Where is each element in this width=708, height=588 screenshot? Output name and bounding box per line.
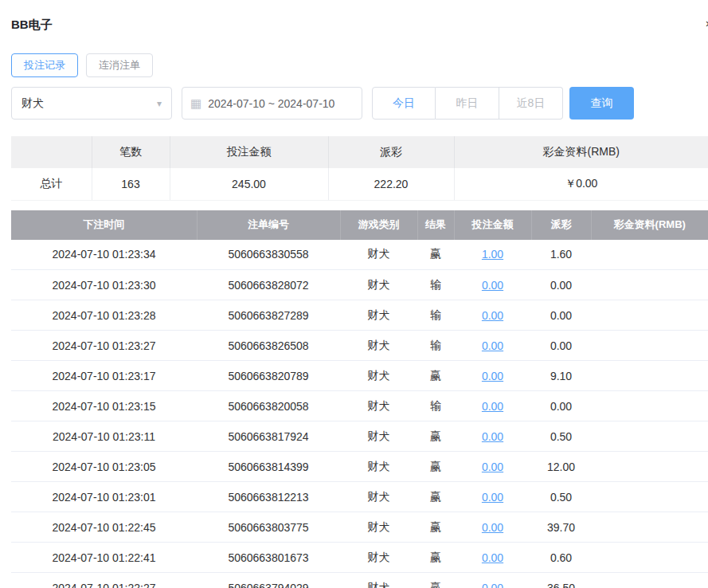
result-cell: 赢 <box>417 512 454 543</box>
result-cell: 输 <box>417 331 454 361</box>
bet-amount-link[interactable]: 0.00 <box>482 339 503 352</box>
bet-amount-link[interactable]: 1.00 <box>482 248 503 261</box>
date-range-value: 2024-07-10 ~ 2024-07-10 <box>208 97 334 110</box>
summary-total-bonus: ￥0.00 <box>454 168 708 200</box>
game-select[interactable]: 财犬 ▾ <box>11 87 172 120</box>
order-id-cell: 5060663820789 <box>197 361 340 391</box>
result-cell: 赢 <box>417 240 454 270</box>
col-bet-amount: 投注金额 <box>454 210 531 240</box>
payout-cell: 0.00 <box>531 300 591 331</box>
bet-time-cell: 2024-07-10 01:23:05 <box>11 452 197 482</box>
bonus-cell <box>591 512 708 543</box>
range-button-last8days[interactable]: 近8日 <box>499 87 563 120</box>
order-id-cell: 5060663812213 <box>197 482 340 512</box>
table-row: 2024-07-10 01:23:34 5060663830558 财犬 赢 1… <box>11 240 708 270</box>
payout-cell: 0.00 <box>531 391 591 421</box>
bet-time-cell: 2024-07-10 01:23:17 <box>11 361 197 391</box>
payout-cell: 36.50 <box>531 573 591 588</box>
bet-amount-link[interactable]: 0.00 <box>482 551 503 564</box>
table-row: 2024-07-10 01:22:41 5060663801673 财犬 赢 0… <box>11 543 708 573</box>
tab-bet-records[interactable]: 投注记录 <box>11 53 78 77</box>
bet-time-cell: 2024-07-10 01:23:30 <box>11 270 197 300</box>
payout-cell: 9.10 <box>531 361 591 391</box>
query-button[interactable]: 查询 <box>569 87 634 120</box>
bet-amount-link[interactable]: 0.00 <box>482 461 503 473</box>
summary-col-bonus: 彩金资料(RMB) <box>454 136 708 168</box>
bonus-cell <box>591 361 708 391</box>
summary-total-label: 总计 <box>11 168 92 200</box>
col-bet-time: 下注时间 <box>11 210 197 240</box>
order-id-cell: 5060663830558 <box>197 240 340 270</box>
game-type-cell: 财犬 <box>340 452 417 482</box>
order-id-cell: 5060663820058 <box>197 391 340 421</box>
summary-total-count: 163 <box>92 168 170 200</box>
payout-cell: 39.70 <box>531 512 591 543</box>
range-button-yesterday[interactable]: 昨日 <box>436 87 499 120</box>
result-cell: 输 <box>417 300 454 331</box>
bet-amount-link[interactable]: 0.00 <box>482 279 503 292</box>
bonus-cell <box>591 573 708 588</box>
result-cell: 输 <box>417 391 454 421</box>
table-row: 2024-07-10 01:23:11 5060663817924 财犬 赢 0… <box>11 421 708 452</box>
payout-cell: 12.00 <box>531 452 591 482</box>
summary-table: 笔数 投注金额 派彩 彩金资料(RMB) 总计 163 245.00 222.2… <box>11 136 708 201</box>
bet-amount-link[interactable]: 0.00 <box>482 582 503 588</box>
payout-cell: 0.50 <box>531 421 591 452</box>
order-id-cell: 5060663803775 <box>197 512 340 543</box>
bonus-cell <box>591 482 708 512</box>
col-game-type: 游戏类别 <box>340 210 417 240</box>
game-type-cell: 财犬 <box>340 391 417 421</box>
bet-amount-link[interactable]: 0.00 <box>482 491 503 504</box>
tab-bar: 投注记录 连消注单 <box>11 53 708 77</box>
game-type-cell: 财犬 <box>340 482 417 512</box>
table-row: 2024-07-10 01:23:27 5060663826508 财犬 输 0… <box>11 331 708 361</box>
bet-amount-cell: 0.00 <box>454 361 531 391</box>
order-id-cell: 5060663794029 <box>197 573 340 588</box>
bet-table-header-row: 下注时间 注单编号 游戏类别 结果 投注金额 派彩 彩金资料(RMB) <box>11 210 708 240</box>
bet-amount-link[interactable]: 0.00 <box>482 309 503 322</box>
game-type-cell: 财犬 <box>340 512 417 543</box>
table-row: 2024-07-10 01:22:27 5060663794029 财犬 赢 0… <box>11 573 708 588</box>
order-id-cell: 5060663814399 <box>197 452 340 482</box>
game-type-cell: 财犬 <box>340 361 417 391</box>
bet-amount-cell: 0.00 <box>454 421 531 452</box>
table-row: 2024-07-10 01:23:01 5060663812213 财犬 赢 0… <box>11 482 708 512</box>
bet-amount-cell: 0.00 <box>454 482 531 512</box>
result-cell: 赢 <box>417 421 454 452</box>
bet-time-cell: 2024-07-10 01:22:41 <box>11 543 197 573</box>
summary-total-bet: 245.00 <box>170 168 328 200</box>
bet-amount-cell: 0.00 <box>454 391 531 421</box>
bet-amount-cell: 0.00 <box>454 300 531 331</box>
bet-amount-link[interactable]: 0.00 <box>482 370 503 382</box>
bet-amount-link[interactable]: 0.00 <box>482 400 503 413</box>
bet-time-cell: 2024-07-10 01:23:11 <box>11 421 197 452</box>
bet-time-cell: 2024-07-10 01:23:28 <box>11 300 197 331</box>
table-row: 2024-07-10 01:22:45 5060663803775 财犬 赢 0… <box>11 512 708 543</box>
bonus-cell <box>591 240 708 270</box>
bonus-cell <box>591 300 708 331</box>
game-select-value: 财犬 <box>22 96 44 111</box>
game-type-cell: 财犬 <box>340 240 417 270</box>
range-button-today[interactable]: 今日 <box>372 87 436 120</box>
summary-total-row: 总计 163 245.00 222.20 ￥0.00 <box>11 168 708 200</box>
date-range-input[interactable]: ▦ 2024-07-10 ~ 2024-07-10 <box>182 87 362 120</box>
bet-amount-cell: 0.00 <box>454 543 531 573</box>
tab-canceled-orders[interactable]: 连消注单 <box>86 53 153 77</box>
order-id-cell: 5060663828072 <box>197 270 340 300</box>
bet-amount-cell: 0.00 <box>454 573 531 588</box>
bet-time-cell: 2024-07-10 01:23:34 <box>11 240 197 270</box>
bonus-cell <box>591 391 708 421</box>
game-type-cell: 财犬 <box>340 270 417 300</box>
payout-cell: 1.60 <box>531 240 591 270</box>
result-cell: 赢 <box>417 543 454 573</box>
bet-records-panel: BB电子 × 投注记录 连消注单 财犬 ▾ ▦ 2024-07-10 ~ 202… <box>0 0 708 588</box>
bet-amount-link[interactable]: 0.00 <box>482 430 503 443</box>
table-row: 2024-07-10 01:23:28 5060663827289 财犬 输 0… <box>11 300 708 331</box>
bet-amount-cell: 0.00 <box>454 270 531 300</box>
bet-amount-link[interactable]: 0.00 <box>482 521 503 534</box>
quick-range-group: 今日 昨日 近8日 <box>372 87 563 120</box>
summary-total-payout: 222.20 <box>328 168 454 200</box>
result-cell: 赢 <box>417 361 454 391</box>
payout-cell: 0.50 <box>531 482 591 512</box>
order-id-cell: 5060663817924 <box>197 421 340 452</box>
